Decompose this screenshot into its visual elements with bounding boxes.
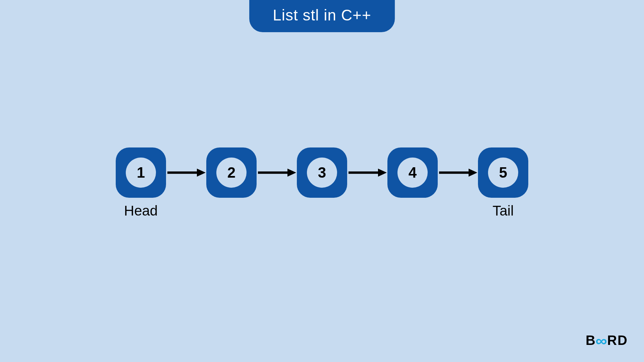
- node-5-label: Tail: [492, 203, 514, 219]
- node-2-wrap: 2: [206, 147, 257, 198]
- svg-marker-3: [287, 169, 296, 177]
- svg-marker-1: [197, 169, 206, 177]
- arrow-1: [166, 147, 206, 198]
- infinity-icon: ∞: [595, 333, 608, 349]
- arrow-icon: [257, 168, 297, 178]
- title-text: List stl in C++: [273, 6, 371, 24]
- node-4-wrap: 4: [387, 147, 438, 198]
- node-5-value: 5: [488, 158, 518, 188]
- arrow-4: [438, 147, 478, 198]
- node-1-label: Head: [124, 203, 158, 219]
- title-pill: List stl in C++: [249, 0, 395, 32]
- node-4-value: 4: [397, 158, 428, 188]
- arrow-icon: [166, 168, 206, 178]
- node-5-wrap: 5 Tail: [478, 147, 528, 198]
- node-2: 2: [206, 147, 257, 198]
- node-4: 4: [387, 147, 438, 198]
- arrow-2: [257, 147, 297, 198]
- node-2-value: 2: [216, 158, 247, 188]
- arrow-3: [347, 147, 387, 198]
- node-1: 1: [116, 147, 166, 198]
- svg-marker-5: [378, 169, 387, 177]
- node-3: 3: [297, 147, 347, 198]
- node-1-value: 1: [126, 158, 156, 188]
- linked-list-diagram: 1 Head 2 3 4: [0, 147, 644, 198]
- node-5: 5: [478, 147, 528, 198]
- arrow-icon: [438, 168, 478, 178]
- node-3-value: 3: [307, 158, 337, 188]
- arrow-icon: [347, 168, 387, 178]
- brand-logo: B∞RD: [586, 332, 628, 349]
- node-1-wrap: 1 Head: [116, 147, 166, 198]
- node-3-wrap: 3: [297, 147, 347, 198]
- svg-marker-7: [469, 169, 477, 177]
- logo-left: B: [586, 333, 596, 348]
- logo-right: RD: [607, 333, 628, 348]
